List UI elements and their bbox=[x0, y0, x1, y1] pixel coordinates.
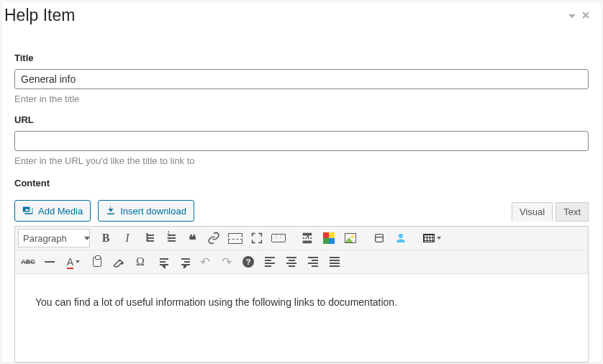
chevron-down-icon bbox=[437, 237, 441, 240]
bullet-list-button[interactable] bbox=[139, 229, 159, 247]
bullet-list-icon bbox=[144, 233, 154, 243]
table-button[interactable] bbox=[420, 229, 444, 247]
url-label: URL bbox=[14, 114, 589, 125]
align-center-icon bbox=[286, 255, 296, 268]
redo-button[interactable]: ↷ bbox=[217, 252, 237, 271]
title-field: Title Enter in the title bbox=[14, 53, 589, 104]
text-color-icon: A bbox=[67, 256, 73, 268]
anchor-button[interactable] bbox=[369, 229, 389, 247]
content-field: Content Add Media Insert download Visual… bbox=[14, 178, 589, 363]
user-icon bbox=[394, 232, 407, 245]
read-more-icon bbox=[228, 233, 242, 244]
align-justify-button[interactable] bbox=[325, 252, 345, 271]
redo-icon: ↷ bbox=[222, 255, 232, 270]
editor-content[interactable]: You can find a lot of useful information… bbox=[15, 274, 588, 362]
url-field: URL Enter in the URL you'd like the titl… bbox=[14, 114, 589, 166]
content-buttons-row: Add Media Insert download Visual Text bbox=[14, 200, 589, 222]
user-button[interactable] bbox=[391, 229, 411, 247]
toolbar-toggle-button[interactable] bbox=[268, 229, 289, 247]
color-grid-button[interactable] bbox=[319, 229, 339, 247]
panel-body: Title Enter in the title URL Enter in th… bbox=[1, 25, 602, 363]
insert-download-button[interactable]: Insert download bbox=[98, 200, 194, 222]
paste-text-button[interactable] bbox=[87, 252, 107, 271]
image-icon bbox=[345, 233, 356, 243]
undo-icon: ↶ bbox=[200, 255, 210, 270]
chevron-down-icon bbox=[76, 260, 80, 263]
page-break-icon bbox=[301, 232, 314, 245]
help-item-panel: Help Item Title Enter in the title URL E… bbox=[1, 1, 602, 363]
help-button[interactable]: ? bbox=[238, 252, 258, 271]
toolbar-row-2: ABC A Ω bbox=[15, 250, 588, 274]
media-icon bbox=[22, 205, 34, 217]
more-button[interactable] bbox=[225, 229, 245, 247]
undo-button[interactable]: ↶ bbox=[195, 252, 215, 271]
rich-editor: Paragraph B I 123 bbox=[14, 226, 589, 363]
outdent-icon bbox=[160, 257, 168, 267]
download-icon bbox=[106, 206, 116, 216]
color-grid-icon bbox=[323, 232, 335, 244]
anchor-icon bbox=[373, 232, 385, 244]
fullscreen-button[interactable] bbox=[247, 229, 267, 247]
indent-icon bbox=[181, 257, 190, 267]
tab-visual[interactable]: Visual bbox=[512, 202, 553, 222]
svg-rect-0 bbox=[376, 235, 384, 242]
panel-collapse-button[interactable] bbox=[566, 8, 579, 23]
toolbar-row-1: Paragraph B I 123 bbox=[15, 227, 588, 250]
format-select-wrap: Paragraph bbox=[18, 229, 94, 247]
add-media-label: Add Media bbox=[38, 206, 83, 217]
svg-point-1 bbox=[399, 234, 403, 238]
omega-icon: Ω bbox=[136, 255, 145, 268]
clipboard-icon bbox=[93, 257, 101, 267]
special-char-button[interactable]: Ω bbox=[130, 252, 150, 271]
link-icon bbox=[207, 232, 220, 245]
panel-title: Help Item bbox=[4, 6, 566, 25]
fullscreen-icon bbox=[251, 232, 263, 244]
keyboard-icon bbox=[271, 234, 286, 242]
align-right-button[interactable] bbox=[303, 252, 323, 271]
panel-close-button[interactable] bbox=[579, 8, 593, 24]
blockquote-button[interactable]: ❝ bbox=[182, 229, 202, 247]
title-label: Title bbox=[14, 53, 589, 63]
number-list-icon: 123 bbox=[166, 233, 176, 243]
url-input[interactable] bbox=[14, 131, 589, 151]
strikethrough-button[interactable]: ABC bbox=[18, 252, 38, 271]
indent-button[interactable] bbox=[173, 252, 194, 271]
title-hint: Enter in the title bbox=[14, 94, 589, 104]
url-hint: Enter in the URL you'd like the title to… bbox=[14, 155, 589, 166]
insert-download-label: Insert download bbox=[120, 206, 186, 217]
align-center-button[interactable] bbox=[281, 252, 302, 271]
image-button[interactable] bbox=[340, 229, 361, 247]
quote-icon: ❝ bbox=[189, 237, 196, 244]
eraser-icon bbox=[112, 255, 125, 268]
tab-text[interactable]: Text bbox=[556, 202, 589, 222]
link-button[interactable] bbox=[204, 229, 224, 247]
strike-icon: ABC bbox=[21, 258, 35, 265]
italic-icon: I bbox=[125, 232, 129, 245]
align-left-icon bbox=[265, 255, 275, 268]
add-media-button[interactable]: Add Media bbox=[14, 200, 91, 222]
format-select[interactable]: Paragraph bbox=[18, 229, 90, 247]
bold-button[interactable]: B bbox=[96, 229, 116, 247]
editor-tabs: Visual Text bbox=[512, 201, 589, 221]
table-icon bbox=[423, 234, 435, 242]
hr-icon bbox=[45, 261, 55, 263]
panel-header: Help Item bbox=[1, 1, 602, 25]
align-justify-icon bbox=[330, 255, 340, 268]
title-input[interactable] bbox=[14, 69, 589, 89]
clear-format-button[interactable] bbox=[109, 252, 129, 271]
content-label: Content bbox=[14, 178, 589, 188]
bold-icon: B bbox=[102, 232, 110, 245]
hr-button[interactable] bbox=[40, 252, 60, 271]
italic-button[interactable]: I bbox=[117, 229, 137, 247]
align-right-icon bbox=[308, 255, 318, 268]
help-icon: ? bbox=[242, 256, 254, 268]
outdent-button[interactable] bbox=[152, 252, 172, 271]
text-color-button[interactable]: A bbox=[61, 252, 86, 271]
number-list-button[interactable]: 123 bbox=[160, 229, 181, 247]
align-left-button[interactable] bbox=[260, 252, 280, 271]
page-break-button[interactable] bbox=[297, 229, 317, 247]
